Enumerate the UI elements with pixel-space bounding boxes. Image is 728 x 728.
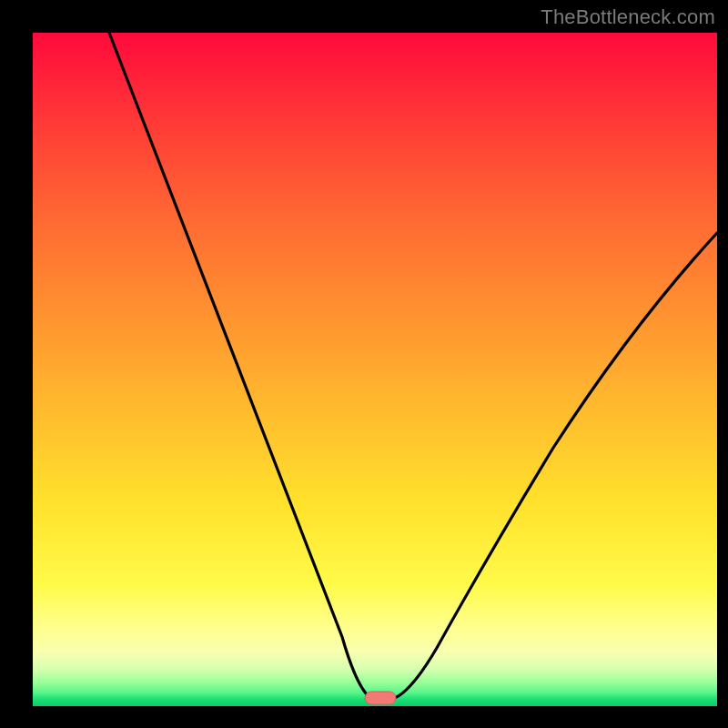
- plot-area: [33, 33, 717, 706]
- bottleneck-curve: [109, 33, 717, 699]
- curve-layer: [33, 33, 717, 706]
- watermark-text: TheBottleneck.com: [541, 5, 715, 29]
- min-marker: [365, 692, 396, 704]
- chart-stage: TheBottleneck.com: [0, 0, 728, 728]
